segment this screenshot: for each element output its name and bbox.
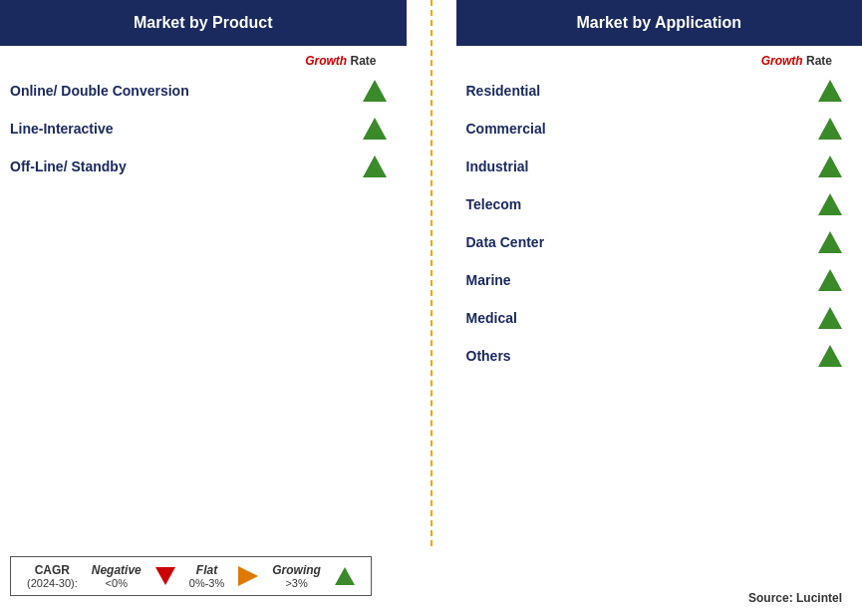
negative-label: Negative [92, 563, 142, 577]
cagr-label: CAGR [35, 563, 70, 577]
negative-sub: <0% [106, 577, 128, 589]
list-item: Data Center [456, 223, 863, 261]
right-panel-header: Market by Application [456, 0, 863, 46]
bottom-row: CAGR (2024-30): Negative <0% Flat 0%-3% … [0, 546, 862, 616]
list-item: Industrial [456, 148, 863, 185]
list-item: Others [456, 337, 863, 375]
cagr-label-item: CAGR (2024-30): [27, 563, 78, 589]
growing-label: Growing [272, 563, 321, 577]
item-label: Line-Interactive [10, 121, 113, 137]
item-label: Data Center [466, 234, 545, 250]
list-item: Medical [456, 299, 863, 337]
up-arrow-icon [818, 307, 842, 329]
up-arrow-icon [818, 193, 842, 215]
legend-wrapper: CAGR (2024-30): Negative <0% Flat 0%-3% … [0, 546, 422, 606]
source-label: Source: Lucintel [748, 591, 842, 605]
flat-legend-item: Flat 0%-3% [189, 563, 224, 589]
left-panel: Market by Product Growth Rate Online/ Do… [0, 0, 417, 546]
item-label: Commercial [466, 121, 546, 137]
down-arrow-red-icon [155, 567, 175, 585]
dashed-divider-line [431, 0, 432, 546]
item-label: Residential [466, 83, 541, 99]
up-arrow-icon [363, 155, 387, 177]
up-arrow-icon [818, 231, 842, 253]
item-label: Off-Line/ Standby [10, 158, 127, 174]
left-growth-rate-label: Growth Rate [0, 54, 407, 68]
up-arrow-icon [818, 155, 842, 177]
list-item: Telecom [456, 185, 863, 223]
list-item: Off-Line/ Standby [0, 148, 407, 185]
up-arrow-green-small-icon [335, 567, 355, 585]
divider [417, 0, 446, 546]
up-arrow-icon [818, 80, 842, 102]
flat-label: Flat [196, 563, 217, 577]
item-label: Marine [466, 272, 511, 288]
cagr-years: (2024-30): [27, 577, 78, 589]
growing-sub: >3% [285, 577, 307, 589]
source-wrapper: Source: Lucintel [422, 588, 863, 606]
item-label: Telecom [466, 196, 522, 212]
item-label: Online/ Double Conversion [10, 83, 189, 99]
growing-legend-item: Growing >3% [272, 563, 321, 589]
legend-bar: CAGR (2024-30): Negative <0% Flat 0%-3% … [10, 556, 372, 596]
up-arrow-icon [818, 118, 842, 140]
right-panel: Market by Application Growth Rate Reside… [446, 0, 863, 546]
item-label: Others [466, 348, 511, 364]
right-growth-rate-label: Growth Rate [456, 54, 863, 68]
up-arrow-icon [363, 118, 387, 140]
list-item: Line-Interactive [0, 110, 407, 148]
up-arrow-icon [818, 269, 842, 291]
right-arrow-orange-icon [238, 566, 258, 586]
flat-sub: 0%-3% [189, 577, 224, 589]
item-label: Industrial [466, 158, 529, 174]
list-item: Marine [456, 261, 863, 299]
negative-legend-item: Negative <0% [92, 563, 142, 589]
left-panel-header: Market by Product [0, 0, 407, 46]
list-item: Residential [456, 72, 863, 110]
list-item: Commercial [456, 110, 863, 148]
up-arrow-icon [363, 80, 387, 102]
item-label: Medical [466, 310, 517, 326]
up-arrow-icon [818, 345, 842, 367]
list-item: Online/ Double Conversion [0, 72, 407, 110]
